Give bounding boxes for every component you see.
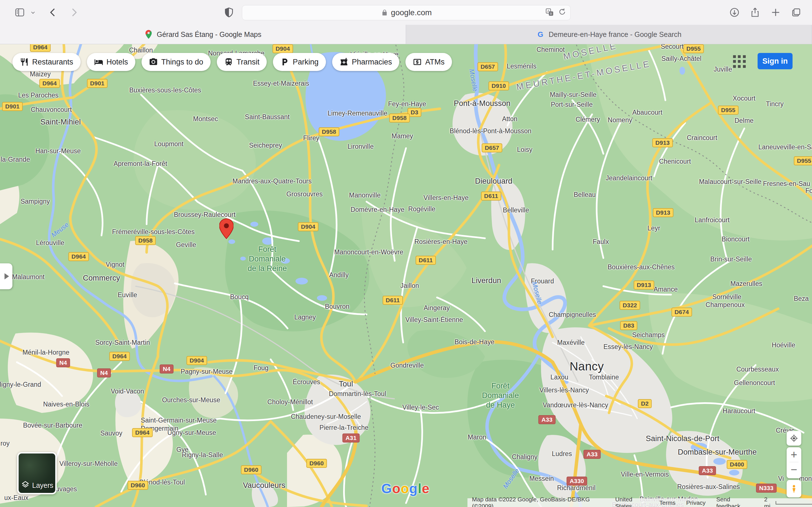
google-logo: Google — [381, 481, 429, 496]
address-bar[interactable]: google.com A文 — [242, 5, 571, 20]
send-feedback-link[interactable]: Send feedback — [716, 496, 754, 507]
reload-icon[interactable] — [558, 8, 566, 18]
terms-link[interactable]: Terms — [659, 499, 675, 506]
new-tab-icon[interactable] — [769, 6, 782, 18]
things-to-do-icon — [149, 57, 158, 66]
attribution-bar: Map data ©2022 Google, GeoBasis-DE/BKG (… — [467, 498, 812, 507]
sign-in-button[interactable]: Sign in — [758, 53, 793, 69]
chip-transit[interactable]: Transit — [217, 53, 267, 71]
parking-icon — [280, 57, 289, 66]
atms-icon — [413, 57, 422, 66]
lock-icon — [381, 9, 388, 16]
tab-google-maps[interactable]: Gérard Sas Étang - Google Maps — [0, 25, 406, 44]
sidebar-chevron-icon[interactable] — [29, 6, 37, 18]
svg-text:文: 文 — [550, 12, 552, 15]
google-g-favicon: G — [536, 30, 545, 39]
scale-text: 2 mi — [764, 496, 774, 507]
map-pin[interactable] — [219, 218, 234, 239]
region-link[interactable]: United States — [615, 496, 649, 507]
chip-atms[interactable]: ATMs — [405, 53, 452, 71]
pegman-button[interactable] — [786, 480, 801, 497]
layers-control[interactable]: Layers — [17, 452, 57, 494]
chip-things-to-do[interactable]: Things to do — [142, 53, 211, 71]
tab-overview-icon[interactable] — [790, 6, 802, 18]
chip-label: Pharmacies — [352, 58, 392, 66]
chip-restaurants[interactable]: Restaurants — [12, 53, 81, 71]
tab-title: Demeure-en-Haye france - Google Search — [549, 31, 681, 39]
my-location-button[interactable] — [786, 431, 801, 446]
restaurants-icon — [20, 57, 29, 66]
privacy-link[interactable]: Privacy — [686, 499, 706, 506]
tab-google-search[interactable]: G Demeure-en-Haye france - Google Search — [406, 25, 812, 44]
tab-title: Gérard Sas Étang - Google Maps — [157, 31, 261, 39]
maps-pin-favicon — [144, 30, 153, 39]
safari-window: { "browser": { "url": "google.com", "too… — [0, 0, 812, 507]
browser-toolbar: google.com A文 — [0, 0, 812, 25]
chip-label: Hotels — [107, 58, 128, 66]
sidebar-icon[interactable] — [13, 6, 26, 18]
map-artwork — [0, 44, 812, 507]
category-chips: RestaurantsHotelsThings to doTransitPark… — [12, 53, 452, 71]
downloads-icon[interactable] — [728, 6, 741, 18]
url-text: google.com — [391, 8, 432, 17]
chip-label: ATMs — [425, 58, 445, 66]
hotels-icon — [94, 57, 103, 66]
scale-bar — [776, 501, 812, 504]
chip-label: Things to do — [161, 58, 203, 66]
layers-label: Layers — [32, 482, 53, 490]
zoom-out-button[interactable]: − — [786, 462, 801, 477]
zoom-control: + − — [786, 447, 801, 478]
layers-icon — [21, 481, 29, 490]
zoom-in-button[interactable]: + — [786, 447, 801, 462]
forward-icon — [68, 6, 80, 18]
chip-pharmacies[interactable]: Pharmacies — [332, 53, 400, 71]
map-canvas[interactable]: ChaillonNonsard-LamarcheViéville-en-Haye… — [0, 44, 812, 507]
map-data-text: Map data ©2022 Google, GeoBasis-DE/BKG (… — [472, 496, 605, 507]
side-panel-toggle[interactable] — [0, 263, 12, 289]
translate-icon[interactable]: A文 — [545, 8, 554, 18]
share-icon[interactable] — [749, 6, 761, 18]
tab-bar: Gérard Sas Étang - Google Maps G Demeure… — [0, 25, 812, 44]
chip-label: Restaurants — [32, 58, 73, 66]
google-apps-grid-icon[interactable] — [733, 55, 746, 68]
chip-parking[interactable]: Parking — [273, 53, 326, 71]
pharmacies-icon — [340, 57, 349, 66]
transit-icon — [224, 57, 233, 66]
shield-icon[interactable] — [223, 6, 235, 18]
chip-label: Transit — [237, 58, 260, 66]
chevron-right-icon — [4, 273, 9, 279]
chip-hotels[interactable]: Hotels — [87, 53, 136, 71]
chip-label: Parking — [293, 58, 319, 66]
back-icon[interactable] — [47, 6, 59, 18]
